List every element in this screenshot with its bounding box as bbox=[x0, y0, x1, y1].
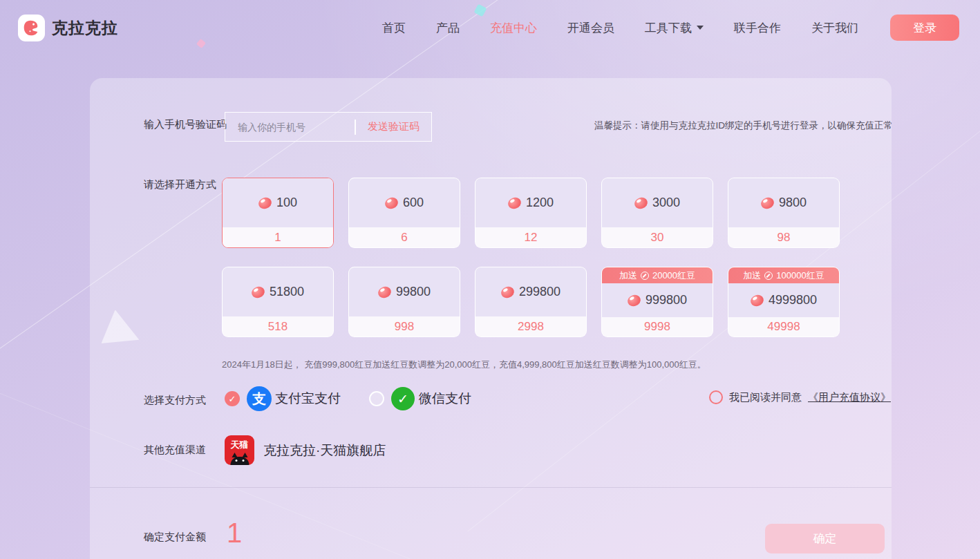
recharge-row-2: 51800 518 99800 998 299800 2998 加送 20000… bbox=[222, 267, 840, 337]
tmall-icon-label: 天猫 bbox=[225, 439, 254, 451]
red-bean-icon bbox=[760, 196, 775, 210]
red-bean-icon bbox=[749, 293, 765, 307]
tmall-cat-icon bbox=[230, 457, 249, 465]
phone-section-label: 输入手机号验证码 bbox=[144, 118, 227, 131]
confirm-amount-label: 确定支付金额 bbox=[144, 531, 206, 544]
recharge-options-grid: 100 1 600 6 1200 12 3000 30 9800 98 5180 bbox=[222, 178, 840, 337]
alipay-icon: 支 bbox=[247, 386, 272, 411]
price: 9998 bbox=[602, 317, 713, 337]
bonus-badge: 加送 20000红豆 bbox=[602, 267, 713, 283]
price: 1 bbox=[223, 227, 333, 247]
recharge-option-3000[interactable]: 3000 30 bbox=[601, 178, 713, 248]
tmall-icon: 天猫 bbox=[225, 435, 254, 465]
red-bean-icon bbox=[507, 196, 522, 210]
badge-value: 20000红豆 bbox=[652, 269, 695, 282]
bean-amount: 9800 bbox=[779, 196, 807, 210]
main-nav: 首页 产品 充值中心 开通会员 工具下载 联手合作 关于我们 bbox=[382, 0, 858, 55]
login-tip-text: 温馨提示：请使用与克拉克拉ID绑定的手机号进行登录，以确保充值正常 bbox=[594, 120, 898, 132]
price: 998 bbox=[349, 316, 460, 337]
bean-amount: 999800 bbox=[646, 293, 687, 307]
recharge-option-1200[interactable]: 1200 12 bbox=[475, 178, 587, 248]
price: 2998 bbox=[475, 316, 586, 337]
payment-section-label: 选择支付方式 bbox=[144, 394, 206, 407]
login-button[interactable]: 登录 bbox=[890, 15, 959, 41]
recharge-row-1: 100 1 600 6 1200 12 3000 30 9800 98 bbox=[222, 178, 840, 248]
recharge-option-100[interactable]: 100 1 bbox=[222, 178, 334, 248]
brand-name: 克拉克拉 bbox=[52, 17, 118, 39]
bean-amount: 4999800 bbox=[769, 293, 817, 307]
payment-methods: 支 支付宝支付 ✓ 微信支付 bbox=[225, 386, 471, 411]
nav-item-cooperation[interactable]: 联手合作 bbox=[734, 20, 781, 36]
alipay-label: 支付宝支付 bbox=[275, 390, 341, 408]
nav-item-recharge-center[interactable]: 充值中心 bbox=[490, 20, 537, 36]
red-bean-icon bbox=[633, 196, 649, 210]
bean-amount: 100 bbox=[276, 196, 297, 210]
bean-outline-icon bbox=[764, 272, 773, 280]
red-bean-icon bbox=[500, 285, 516, 299]
send-code-button[interactable]: 发送验证码 bbox=[356, 120, 431, 133]
tmall-channel[interactable]: 天猫 克拉克拉·天猫旗舰店 bbox=[225, 435, 386, 465]
chevron-down-icon bbox=[697, 26, 704, 30]
recharge-agreement-link[interactable]: 《用户充值协议》 bbox=[808, 391, 891, 404]
nav-item-about-us[interactable]: 关于我们 bbox=[811, 20, 858, 36]
payment-amount-value: 1 bbox=[227, 518, 242, 549]
price: 518 bbox=[223, 316, 333, 337]
bean-amount: 3000 bbox=[652, 196, 680, 210]
red-bean-icon bbox=[250, 285, 266, 299]
recharge-option-51800[interactable]: 51800 518 bbox=[222, 267, 334, 337]
recharge-option-600[interactable]: 600 6 bbox=[348, 178, 460, 248]
tmall-cat-eyes bbox=[235, 459, 237, 462]
phone-number-input[interactable] bbox=[225, 122, 355, 133]
bean-amount: 51800 bbox=[270, 285, 304, 299]
nav-item-tools-download[interactable]: 工具下载 bbox=[645, 20, 704, 36]
tmall-store-name: 克拉克拉·天猫旗舰店 bbox=[263, 442, 386, 459]
bean-amount: 99800 bbox=[396, 285, 431, 299]
wechat-label: 微信支付 bbox=[419, 390, 471, 408]
main-panel: 输入手机号验证码 发送验证码 温馨提示：请使用与克拉克拉ID绑定的手机号进行登录… bbox=[90, 78, 892, 559]
agreement-row: 我已阅读并同意 《用户充值协议》 bbox=[709, 390, 891, 404]
badge-value: 100000红豆 bbox=[776, 269, 824, 282]
red-bean-icon bbox=[384, 196, 399, 210]
red-bean-icon bbox=[626, 293, 642, 307]
bean-amount: 1200 bbox=[526, 196, 554, 210]
brand-logo[interactable]: 克拉克拉 bbox=[18, 15, 118, 41]
payment-method-wechat[interactable]: ✓ 微信支付 bbox=[369, 387, 471, 410]
wechat-radio-unchecked[interactable] bbox=[369, 391, 384, 406]
bean-outline-icon bbox=[641, 272, 649, 280]
payment-method-alipay[interactable]: 支 支付宝支付 bbox=[225, 386, 341, 411]
recharge-section-label: 请选择开通方式 bbox=[144, 178, 216, 191]
recharge-option-999800[interactable]: 加送 20000红豆 999800 9998 bbox=[601, 267, 713, 337]
price: 98 bbox=[728, 227, 839, 247]
other-channel-label: 其他充值渠道 bbox=[144, 444, 206, 457]
price: 30 bbox=[602, 227, 713, 247]
price: 12 bbox=[475, 227, 586, 247]
bean-amount: 299800 bbox=[519, 285, 560, 299]
agreement-text: 我已阅读并同意 bbox=[729, 391, 802, 404]
bonus-adjustment-note: 2024年1月18日起， 充值999,800红豆加送红豆数调整为20,000红豆… bbox=[222, 359, 706, 371]
confirm-button[interactable]: 确定 bbox=[765, 524, 885, 553]
nav-item-label: 工具下载 bbox=[645, 20, 692, 36]
recharge-option-9800[interactable]: 9800 98 bbox=[728, 178, 840, 248]
phone-input-box: 发送验证码 bbox=[225, 112, 432, 142]
badge-prefix: 加送 bbox=[619, 269, 637, 282]
kilakila-logo-icon bbox=[18, 15, 45, 41]
nav-item-products[interactable]: 产品 bbox=[436, 20, 460, 36]
price: 49998 bbox=[728, 317, 839, 337]
agreement-radio-unchecked[interactable] bbox=[709, 390, 723, 404]
red-bean-icon bbox=[377, 285, 393, 299]
recharge-option-4999800[interactable]: 加送 100000红豆 4999800 49998 bbox=[728, 267, 840, 337]
recharge-option-99800[interactable]: 99800 998 bbox=[348, 267, 460, 337]
bean-amount: 600 bbox=[403, 196, 424, 210]
alipay-radio-checked[interactable] bbox=[225, 391, 240, 406]
recharge-option-299800[interactable]: 299800 2998 bbox=[475, 267, 587, 337]
panel-divider bbox=[90, 487, 892, 488]
wechat-icon: ✓ bbox=[391, 387, 415, 410]
red-bean-icon bbox=[257, 196, 273, 210]
top-navbar: 克拉克拉 首页 产品 充值中心 开通会员 工具下载 联手合作 关于我们 登录 bbox=[0, 0, 980, 55]
nav-item-home[interactable]: 首页 bbox=[382, 20, 406, 36]
nav-item-membership[interactable]: 开通会员 bbox=[567, 20, 614, 36]
bonus-badge: 加送 100000红豆 bbox=[728, 267, 839, 283]
price: 6 bbox=[349, 227, 460, 247]
badge-prefix: 加送 bbox=[743, 269, 761, 282]
